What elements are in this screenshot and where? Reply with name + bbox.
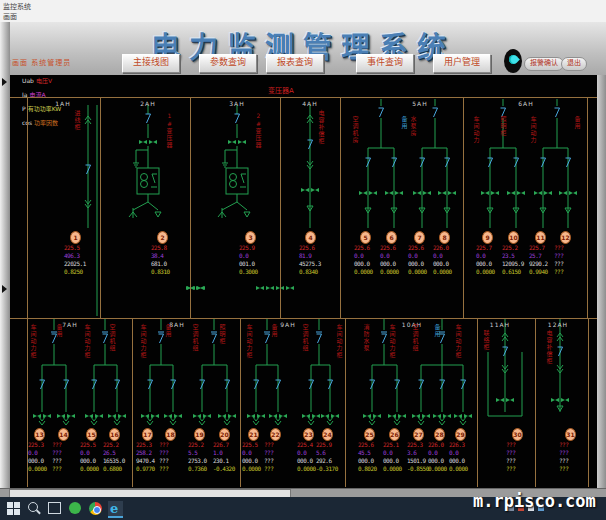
current-value: 0.0 (380, 252, 410, 260)
current-value: ??? (554, 252, 584, 260)
feeder-number-badge: 17 (142, 428, 153, 441)
feeder-annotation: 电容补偿柜 (318, 110, 324, 145)
voltage-value: ??? (159, 441, 189, 449)
feeder-annotation: 车间动力 (530, 116, 536, 144)
feeder-annotation: 消防水泵 (363, 324, 369, 352)
voltage-value: 225.9 (316, 441, 346, 449)
cos-value: 0.0000 (449, 465, 479, 473)
readout-group-22: 22???????????? (264, 428, 294, 473)
readout-group-1: 1225.5496.322025.10.8250 (64, 231, 94, 276)
power-value: 000.0 (449, 457, 479, 465)
feeder-number-badge: 18 (165, 428, 176, 441)
power-value: 000.0 (380, 260, 410, 268)
power-value: ??? (264, 457, 294, 465)
cos-value: 0.3000 (239, 268, 269, 276)
readout-group-18: 18???????????? (159, 428, 189, 473)
current-value: ??? (506, 449, 536, 457)
cos-value: 0.6800 (103, 465, 133, 473)
feeder-annotation: 车间动力柜 (246, 324, 252, 359)
cos-value: 0.8250 (64, 268, 94, 276)
feeder-number-badge: 20 (219, 428, 230, 441)
feeder-number-badge: 26 (389, 428, 400, 441)
feeder-annotation: 空调机组 (109, 324, 115, 352)
power-value: 16535.0 (103, 457, 133, 465)
feeder-annotation: 备用 (271, 324, 277, 338)
chrome-icon[interactable] (88, 501, 103, 516)
current-value: 1.0 (213, 449, 243, 457)
feeder-annotation: 备用 (434, 324, 440, 338)
feeder-annotation: 备用 (165, 324, 171, 338)
feeder-number-badge: 1 (70, 231, 81, 244)
readout-group-14: 14???????????? (52, 428, 82, 473)
section-divider (463, 97, 464, 318)
voltage-value: 225.9 (239, 244, 269, 252)
feeder-annotation: 1#变压器 (166, 112, 172, 149)
feeder-number-badge: 5 (360, 231, 371, 244)
feeder-annotation: 照明柜 (219, 324, 225, 345)
feeder-number-badge: 9 (482, 231, 493, 244)
feeder-annotation: 车间动力 (473, 116, 479, 144)
power-value: 22025.1 (64, 260, 94, 268)
current-value: 38.4 (151, 252, 181, 260)
current-value: 23.5 (502, 252, 532, 260)
voltage-value: ??? (554, 244, 584, 252)
feeder-annotation: 空调机组 (412, 324, 418, 352)
bay-label-12AH: 12AH (548, 321, 568, 328)
readout-group-30: 30???????????? (506, 428, 536, 473)
search-icon[interactable] (27, 501, 42, 516)
feeder-annotation: 2#变压器 (255, 112, 261, 149)
feeder-number-badge: 6 (386, 231, 397, 244)
feeder-number-badge: 28 (434, 428, 445, 441)
bay-label-7AH: 7AH (62, 321, 77, 328)
cos-value: ??? (506, 465, 536, 473)
app-icon-green[interactable] (68, 501, 83, 516)
feeder-annotation: 车间动力柜 (336, 324, 342, 359)
power-value: 230.1 (213, 457, 243, 465)
edge-browser-icon[interactable]: e (108, 501, 123, 518)
feeder-annotation: 电容补偿柜 (546, 330, 552, 365)
cos-value: -0.3170 (316, 465, 346, 473)
feeder-number-badge: 11 (535, 231, 546, 244)
readout-group-12: 12???????????? (554, 231, 584, 276)
readout-group-29: 29226.30.0000.00.0000 (449, 428, 479, 473)
feeder-annotation: 车间动力柜 (389, 324, 395, 359)
readout-group-24: 24225.95.6292.6-0.3170 (316, 428, 346, 473)
power-value: 45275.3 (299, 260, 329, 268)
feeder-annotation: 车间动力柜 (140, 324, 146, 359)
bay-label-3AH: 3AH (229, 100, 244, 107)
start-button[interactable] (6, 501, 21, 516)
cos-value: ??? (264, 465, 294, 473)
power-value: ??? (554, 260, 584, 268)
cos-value: 0.8310 (151, 268, 181, 276)
feeder-number-badge: 7 (414, 231, 425, 244)
feeder-number-badge: 4 (305, 231, 316, 244)
bus-line (10, 97, 597, 98)
bay-label-5AH: 5AH (412, 100, 427, 107)
feeder-number-badge: 2 (157, 231, 168, 244)
current-value: 496.3 (64, 252, 94, 260)
feeder-annotation: 空调机组 (192, 324, 198, 352)
feeder-number-badge: 10 (508, 231, 519, 244)
feeder-annotation: 空调机组 (302, 324, 308, 352)
voltage-value: 225.2 (103, 441, 133, 449)
current-value: ??? (559, 449, 589, 457)
task-view-icon[interactable] (47, 501, 62, 516)
feeder-annotation: 备用 (574, 116, 580, 130)
bay-label-6AH: 6AH (518, 100, 533, 107)
readout-group-20: 20226.71.0230.1-0.4320 (213, 428, 243, 473)
watermark: m.rpisco.com (473, 491, 596, 511)
current-value: 0.0 (239, 252, 269, 260)
feeder-number-badge: 3 (245, 231, 256, 244)
readout-group-6: 6225.60.0000.00.0000 (380, 231, 410, 276)
feeder-number-badge: 12 (560, 231, 571, 244)
current-value: 26.5 (103, 449, 133, 457)
section-divider (190, 97, 191, 318)
feeder-number-badge: 29 (455, 428, 466, 441)
feeder-annotation: 备用 (401, 116, 407, 130)
current-value: 81.9 (299, 252, 329, 260)
readout-group-3: 3225.90.0001.00.3000 (239, 231, 269, 276)
current-value: ??? (264, 449, 294, 457)
feeder-annotation: 备用 (56, 324, 62, 338)
bay-label-1AH: 1AH (55, 100, 70, 107)
current-value: 5.6 (316, 449, 346, 457)
